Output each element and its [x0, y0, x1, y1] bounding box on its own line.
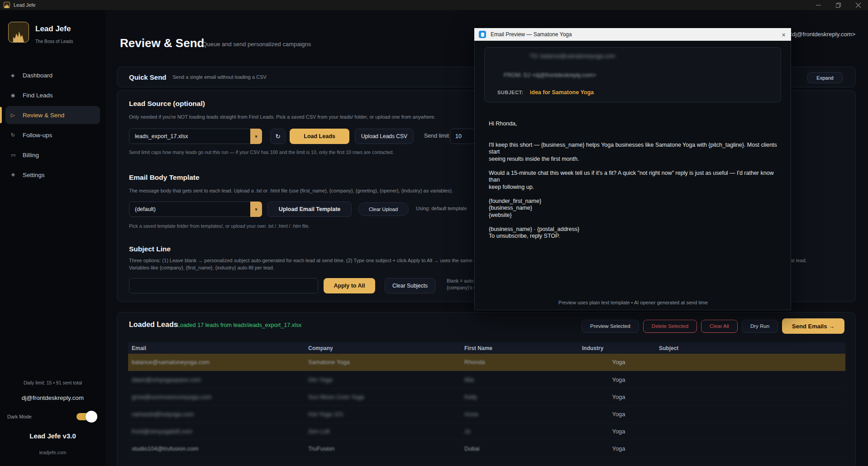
delete-selected-button[interactable]: Delete Selected	[643, 320, 697, 333]
email-app-icon	[479, 31, 486, 38]
sidebar-item-find-leads[interactable]: ◉ Find Leads	[5, 86, 100, 104]
window-titlebar: Lead Jefe	[0, 0, 868, 10]
website-link[interactable]: leadjefe.com	[0, 450, 105, 455]
sidebar-item-review-send[interactable]: ▷ Review & Send	[5, 106, 100, 124]
quick-send-subtitle: Send a single email without loading a CS…	[173, 74, 267, 80]
active-indicator	[0, 107, 2, 123]
sidebar-item-billing[interactable]: ▭ Billing	[5, 146, 100, 164]
lead-source-description: Only needed if you're NOT loading leads …	[129, 113, 436, 120]
sending-as-email: <dj@frontdeskreply.com>	[789, 31, 855, 38]
email-to-line: TO: balance@samatoneyoga.com	[529, 53, 615, 59]
col-company[interactable]: Company	[305, 342, 461, 354]
email-body-text: Hi Rhonda, I'll keep this short — {busin…	[489, 120, 781, 240]
send-emails-button[interactable]: Send Emails →	[782, 318, 844, 334]
modal-body: TO: balance@samatoneyoga.com FROM: DJ <d…	[474, 41, 791, 310]
send-limit-input[interactable]: 10	[450, 129, 478, 144]
restore-button[interactable]	[828, 0, 848, 10]
email-preview-modal: Email Preview — Samatone Yoga × TO: bala…	[474, 28, 791, 310]
col-first-name[interactable]: First Name	[461, 342, 578, 354]
followups-icon: ↻	[11, 132, 23, 138]
billing-icon: ▭	[11, 152, 23, 158]
brand-name: Lead Jefe	[35, 24, 73, 34]
sidebar-nav: ◈ Dashboard ◉ Find Leads ▷ Review & Send…	[0, 64, 105, 186]
refresh-button[interactable]: ↻	[270, 129, 286, 144]
col-industry[interactable]: Industry	[578, 342, 655, 354]
subject-label: SUBJECT:	[497, 90, 524, 95]
table-row[interactable]: front@zenyogaloft.com Zen Loft Jo Yoga	[128, 423, 845, 440]
lead-source-title: Lead Source (optional)	[129, 100, 205, 108]
table-header-row: Email Company First Name Industry Subjec…	[128, 342, 845, 354]
sidebar: Lead Jefe The Boss of Leads ◈ Dashboard …	[0, 10, 105, 466]
email-from-line: FROM: DJ <dj@frontdeskreply.com>	[504, 72, 596, 78]
email-template-title: Email Body Template	[129, 173, 200, 182]
lead-source-note: Send limit caps how many leads go out th…	[129, 149, 394, 155]
settings-icon: ❖	[11, 172, 23, 178]
table-row[interactable]: balance@samatoneyoga.com Samatone Yoga R…	[128, 354, 845, 371]
modal-title: Email Preview — Samatone Yoga	[491, 31, 572, 38]
brand-logo-icon	[8, 22, 29, 43]
modal-titlebar: Email Preview — Samatone Yoga ×	[474, 28, 791, 41]
sidebar-item-dashboard[interactable]: ◈ Dashboard	[5, 66, 100, 84]
chevron-down-icon: ▾	[250, 202, 262, 217]
page-subtitle: ·Queue and send personalized campaigns	[196, 41, 311, 48]
subject-line-title: Subject Line	[129, 245, 171, 253]
send-icon: ▷	[11, 112, 23, 118]
loaded-leads-title: Loaded Leads	[129, 321, 178, 329]
leads-table: Email Company First Name Industry Subjec…	[128, 342, 845, 457]
dry-run-button[interactable]: Dry Run	[742, 320, 778, 333]
app-version: Lead Jefe v3.0	[0, 432, 105, 440]
subject-value: idea for Samatone Yoga	[530, 89, 594, 96]
toggle-knob	[86, 411, 97, 423]
expand-button[interactable]: Expand	[807, 72, 843, 83]
send-limit-label: Send limit	[424, 133, 449, 139]
clear-all-button[interactable]: Clear All	[701, 320, 738, 333]
upload-email-template-button[interactable]: Upload Email Template	[267, 202, 352, 217]
page-title: Review & Send	[120, 36, 204, 50]
load-leads-button[interactable]: Load Leads	[290, 129, 349, 144]
loaded-leads-status: Loaded 17 leads from leads\leads_export_…	[177, 322, 301, 328]
account-email: dj@frontdeskreply.com	[0, 394, 105, 401]
apply-to-all-button[interactable]: Apply to All	[324, 278, 375, 293]
dashboard-icon: ◈	[11, 72, 23, 78]
close-button[interactable]	[848, 0, 868, 10]
brand-tagline: The Boss of Leads	[35, 39, 73, 44]
col-subject[interactable]: Subject	[655, 342, 845, 354]
email-header-card: TO: balance@samatoneyoga.com FROM: DJ <d…	[484, 47, 781, 102]
table-row[interactable]: namaste@hotyoga.com Hot Yoga 101 Anna Yo…	[128, 405, 845, 423]
dark-mode-label: Dark Mode	[7, 414, 32, 419]
clear-upload-button[interactable]: Clear Upload	[358, 202, 409, 216]
find-leads-icon: ◉	[11, 92, 23, 98]
loaded-leads-panel: Loaded Leads Loaded 17 leads from leads\…	[117, 312, 856, 466]
template-select[interactable]: (default) ▾	[129, 202, 262, 217]
table-row[interactable]: dawn@omyogaspace.com Om Yoga Mia Yoga	[128, 371, 845, 388]
sidebar-item-follow-ups[interactable]: ↻ Follow-ups	[5, 126, 100, 144]
modal-footer-note: Preview uses plain text template • AI op…	[475, 300, 792, 305]
minimize-button[interactable]	[808, 0, 828, 10]
table-row[interactable]: grow@sunmooncoreyoga.com Sun Moon Core Y…	[128, 388, 845, 405]
daily-limit-status: Daily limit: 15 • 91 sent total	[0, 380, 105, 385]
upload-leads-csv-button[interactable]: Upload Leads CSV	[355, 129, 414, 144]
modal-close-icon[interactable]: ×	[782, 31, 786, 38]
using-template-text: Using: default template	[416, 206, 467, 211]
email-template-description: The message body that gets sent to each …	[129, 187, 453, 194]
table-row[interactable]: studio104@trufusion.com TruFusion Dubai …	[128, 440, 845, 457]
app-icon	[4, 2, 10, 8]
preview-selected-button[interactable]: Preview Selected	[582, 320, 639, 333]
refresh-icon: ↻	[275, 133, 281, 140]
col-email[interactable]: Email	[128, 342, 305, 354]
subject-input[interactable]	[129, 278, 318, 293]
chevron-down-icon: ▾	[250, 129, 262, 144]
sidebar-item-settings[interactable]: ❖ Settings	[5, 166, 100, 184]
dark-mode-toggle[interactable]	[76, 413, 94, 420]
window-title: Lead Jefe	[14, 2, 35, 8]
quick-send-title: Quick Send	[129, 73, 167, 81]
lead-file-select[interactable]: leads_export_17.xlsx ▾	[129, 129, 262, 144]
clear-subjects-button[interactable]: Clear Subjects	[385, 278, 435, 293]
email-template-note: Pick a saved template folder from templa…	[129, 223, 310, 229]
